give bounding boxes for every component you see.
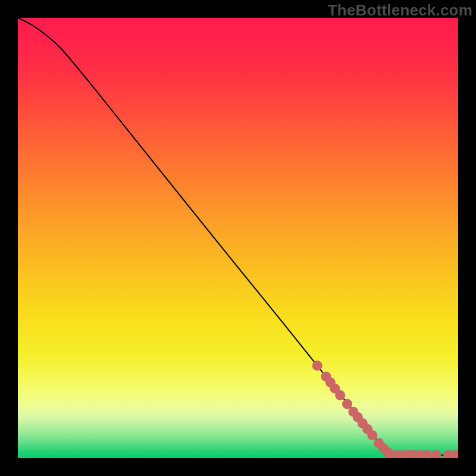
- highlight-marker: [312, 361, 322, 371]
- chart-svg: [18, 18, 458, 458]
- watermark-label: TheBottleneck.com: [328, 1, 472, 20]
- highlight-marker: [335, 390, 345, 400]
- plot-area: [18, 18, 458, 458]
- highlight-marker: [367, 430, 377, 440]
- chart-background: [18, 18, 458, 458]
- chart-stage: TheBottleneck.com: [0, 0, 476, 476]
- highlight-marker: [342, 399, 352, 409]
